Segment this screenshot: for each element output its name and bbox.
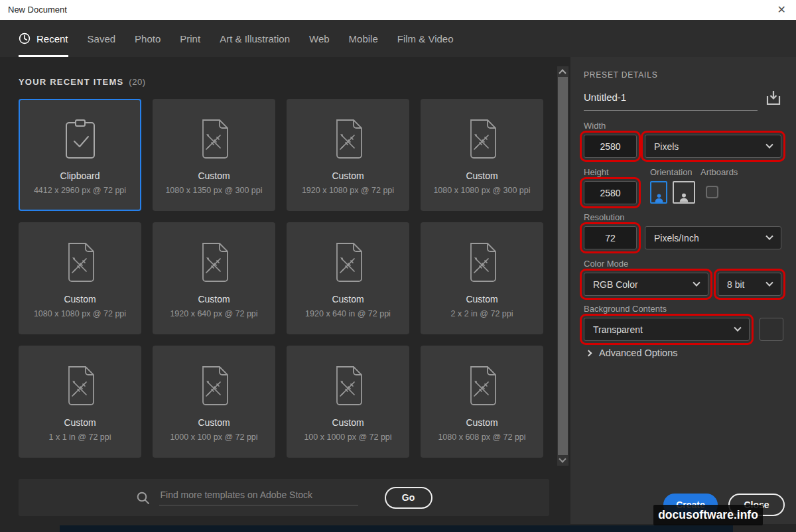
orientation-landscape-button[interactable] (673, 181, 695, 204)
recent-item-title: Custom (332, 417, 364, 428)
tab-label: Saved (88, 33, 116, 44)
close-icon[interactable]: ✕ (777, 0, 786, 20)
background-contents-value: Transparent (593, 324, 735, 335)
recent-item-card-clipboard[interactable]: Clipboard 4412 x 2960 px @ 72 ppi (19, 99, 141, 211)
resolution-unit-value: Pixels/Inch (654, 233, 767, 243)
custom-document-icon (63, 242, 98, 283)
recent-item-card[interactable]: Custom 1080 x 608 px @ 72 ppi (421, 346, 543, 458)
title-bar: New Document ✕ (0, 0, 796, 20)
color-mode-select[interactable]: RGB Color (584, 273, 708, 296)
recent-item-title: Clipboard (60, 170, 100, 181)
adobe-stock-searchbar: Go (19, 479, 549, 516)
recent-items-heading-text: YOUR RECENT ITEMS (19, 77, 123, 87)
width-input[interactable] (584, 135, 637, 158)
width-unit-select[interactable]: Pixels (645, 135, 781, 158)
chevron-right-icon (586, 350, 592, 356)
clock-icon (19, 33, 31, 44)
landscape-person-icon (679, 193, 689, 202)
artboards-label: Artboards (700, 167, 738, 177)
background-contents-select[interactable]: Transparent (584, 318, 750, 341)
chevron-down-icon (765, 141, 773, 148)
resolution-input[interactable] (584, 226, 637, 249)
tab-label: Art & Illustration (220, 33, 290, 44)
custom-document-icon (331, 242, 365, 283)
recent-item-subtitle: 100 x 1000 px @ 72 ppi (304, 432, 391, 442)
tab-art-illustration[interactable]: Art & Illustration (220, 20, 290, 57)
color-mode-label: Color Mode (584, 259, 628, 269)
recent-item-card[interactable]: Custom 1 x 1 in @ 72 ppi (19, 346, 141, 458)
recent-item-title: Custom (466, 294, 498, 304)
recent-item-card[interactable]: Custom 1920 x 1080 px @ 72 ppi (287, 99, 409, 211)
background-color-swatch[interactable] (760, 318, 783, 341)
go-button[interactable]: Go (385, 487, 432, 509)
save-preset-icon[interactable] (764, 89, 783, 107)
background-window-edge (60, 525, 733, 532)
bit-depth-select[interactable]: 8 bit (718, 273, 781, 296)
height-label: Height (584, 167, 609, 177)
tab-web[interactable]: Web (309, 20, 330, 57)
search-icon (136, 491, 150, 505)
recent-item-card[interactable]: Custom 100 x 1000 px @ 72 ppi (287, 346, 409, 458)
new-document-dialog: New Document ✕ Recent Saved Photo Print … (0, 0, 796, 532)
orientation-portrait-button[interactable] (650, 181, 667, 204)
custom-document-icon (465, 119, 499, 160)
recent-item-title: Custom (198, 417, 230, 428)
chevron-down-icon (734, 324, 741, 331)
bit-depth-value: 8 bit (727, 279, 767, 290)
recent-items-panel: YOUR RECENT ITEMS(20) Clipboard 4412 x 2… (0, 57, 570, 524)
window-title: New Document (8, 0, 67, 20)
recent-item-card[interactable]: Custom 1080 x 1080 px @ 72 ppi (19, 222, 141, 334)
recent-items-grid: Clipboard 4412 x 2960 px @ 72 ppi Custom… (19, 99, 543, 458)
recent-item-subtitle: 1920 x 640 px @ 72 ppi (170, 309, 257, 318)
scroll-up-icon[interactable] (559, 69, 566, 76)
orientation-label: Orientation (650, 167, 693, 177)
scrollbar-thumb[interactable] (558, 77, 568, 455)
tab-mobile[interactable]: Mobile (349, 20, 378, 57)
tab-label: Web (309, 33, 330, 44)
custom-document-icon (197, 119, 232, 160)
tab-saved[interactable]: Saved (88, 20, 116, 57)
custom-document-icon (465, 366, 499, 407)
scroll-down-icon[interactable] (559, 455, 566, 462)
chevron-down-icon (693, 279, 700, 286)
height-input[interactable] (584, 181, 637, 204)
recent-item-card[interactable]: Custom 1080 x 1080 px @ 300 ppi (421, 99, 543, 211)
recent-item-title: Custom (332, 170, 364, 181)
recent-item-card[interactable]: Custom 1000 x 100 px @ 72 ppi (153, 346, 275, 458)
recent-item-subtitle: 1920 x 640 in @ 72 ppi (305, 309, 391, 318)
recent-item-subtitle: 1080 x 1080 px @ 72 ppi (34, 309, 126, 318)
resolution-unit-select[interactable]: Pixels/Inch (645, 226, 781, 249)
recent-item-subtitle: 1080 x 1080 px @ 300 ppi (433, 186, 530, 195)
recent-item-title: Custom (64, 417, 96, 428)
advanced-options-toggle[interactable]: Advanced Options (586, 348, 678, 358)
resolution-label: Resolution (584, 212, 624, 222)
recent-item-title: Custom (198, 294, 230, 304)
tab-label: Film & Video (397, 33, 454, 44)
search-input[interactable] (159, 490, 358, 505)
tab-film-video[interactable]: Film & Video (397, 20, 454, 57)
tab-label: Print (180, 33, 200, 44)
recent-items-heading: YOUR RECENT ITEMS(20) (19, 77, 145, 87)
recent-item-subtitle: 1080 x 608 px @ 72 ppi (438, 432, 525, 442)
custom-document-icon (331, 119, 365, 160)
width-label: Width (584, 121, 606, 131)
custom-document-icon (465, 242, 499, 283)
custom-document-icon (63, 366, 98, 407)
document-name-field[interactable]: Untitled-1 (584, 92, 758, 111)
recent-item-title: Custom (64, 294, 96, 304)
watermark: docusoftware.info (653, 505, 763, 525)
recent-item-card[interactable]: Custom 2 x 2 in @ 72 ppi (421, 222, 543, 334)
artboards-checkbox[interactable] (706, 186, 718, 198)
recent-item-card[interactable]: Custom 1920 x 640 in @ 72 ppi (287, 222, 409, 334)
tab-photo[interactable]: Photo (135, 20, 161, 57)
tab-print[interactable]: Print (180, 20, 200, 57)
recent-item-title: Custom (466, 417, 498, 428)
vertical-scrollbar[interactable] (557, 66, 568, 466)
tab-recent[interactable]: Recent (19, 20, 68, 57)
recent-item-card[interactable]: Custom 1920 x 640 px @ 72 ppi (153, 222, 275, 334)
recent-item-subtitle: 2 x 2 in @ 72 ppi (451, 309, 513, 318)
custom-document-icon (197, 366, 232, 407)
tab-label: Photo (135, 33, 161, 44)
custom-document-icon (197, 242, 232, 283)
recent-item-card[interactable]: Custom 1080 x 1350 px @ 300 ppi (153, 99, 275, 211)
